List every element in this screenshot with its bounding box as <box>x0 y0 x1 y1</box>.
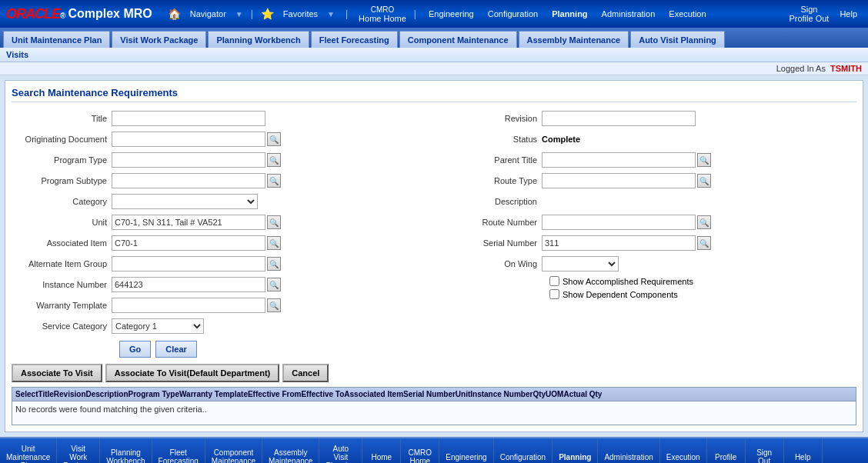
originating-doc-search-btn[interactable]: 🔍 <box>267 132 281 146</box>
bottom-nav-unit-maintenance[interactable]: UnitMaintenancePlan <box>0 438 57 463</box>
show-dependent-row: Show Dependent Components <box>549 289 856 299</box>
parent-title-search-btn[interactable]: 🔍 <box>697 153 711 167</box>
tab-component-maintenance[interactable]: Component Maintenance <box>399 31 517 48</box>
status-value: Complete <box>542 135 580 144</box>
associated-item-search-btn[interactable]: 🔍 <box>267 236 281 250</box>
associate-to-visit-btn[interactable]: Associate To Visit <box>12 364 102 382</box>
service-category-select[interactable]: Category 1 <box>112 318 204 334</box>
bottom-nav-sign-out[interactable]: SignOut <box>746 438 784 463</box>
results-table: SelectTitleRevisionDescriptionProgram Ty… <box>12 387 856 425</box>
logged-in-bar: Logged In As TSMITH <box>0 62 868 75</box>
tab-bar: Unit Maintenance Plan Visit Work Package… <box>0 28 868 48</box>
home-home-btn[interactable]: Home Home <box>359 14 406 23</box>
go-button[interactable]: Go <box>119 341 151 358</box>
serial-number-input[interactable] <box>542 235 696 251</box>
results-header: SelectTitleRevisionDescriptionProgram Ty… <box>12 388 856 401</box>
category-select[interactable] <box>112 194 258 209</box>
bottom-nav-cmro-home[interactable]: CMROHome <box>401 438 439 463</box>
instance-number-search-btn[interactable]: 🔍 <box>267 278 281 291</box>
engineering-btn[interactable]: Engineering <box>424 8 479 20</box>
help-btn[interactable]: Help <box>835 8 862 20</box>
bottom-nav-help[interactable]: Help <box>784 438 823 463</box>
form-left: Title Originating Document 🔍 Program Typ… <box>12 110 426 364</box>
bottom-nav-visit-work-package[interactable]: VisitWorkPackage <box>57 438 100 463</box>
sep1: | <box>251 8 253 19</box>
route-type-search-btn[interactable]: 🔍 <box>697 174 711 188</box>
on-wing-row: On Wing <box>442 255 856 272</box>
instance-number-input[interactable] <box>112 277 265 292</box>
warranty-template-label: Warranty Template <box>12 301 112 310</box>
service-category-row: Service Category Category 1 <box>12 318 426 335</box>
tab-visit-work-package[interactable]: Visit Work Package <box>112 31 206 48</box>
bottom-nav-assembly-maintenance[interactable]: AssemblyMaintenance <box>262 438 319 463</box>
tab-planning-workbench[interactable]: Planning Workbench <box>208 31 309 48</box>
serial-number-row: Serial Number 🔍 <box>442 235 856 251</box>
profile-out-btn[interactable]: Profile Out <box>789 14 829 23</box>
bottom-nav-engineering[interactable]: Engineering <box>439 438 493 463</box>
unit-search-btn[interactable]: 🔍 <box>267 215 281 229</box>
description-label: Description <box>442 197 542 206</box>
bottom-nav-execution[interactable]: Execution <box>660 438 707 463</box>
results-body: No records were found matching the given… <box>12 401 856 425</box>
program-subtype-search-btn[interactable]: 🔍 <box>267 174 281 188</box>
title-input[interactable] <box>112 111 265 126</box>
route-number-search-btn[interactable]: 🔍 <box>697 215 711 229</box>
bottom-nav-auto-visit[interactable]: AutoVisitPlanning <box>319 438 362 463</box>
title-label: Title <box>12 114 112 123</box>
title-row: Title <box>12 110 426 127</box>
instance-number-row: Instance Number 🔍 <box>12 276 426 293</box>
associate-to-visit-default-btn[interactable]: Associate To Visit(Default Department) <box>105 364 280 382</box>
serial-number-search-btn[interactable]: 🔍 <box>697 236 711 250</box>
execution-btn[interactable]: Execution <box>664 8 710 20</box>
bottom-nav-component-maintenance[interactable]: ComponentMaintenance <box>205 438 262 463</box>
navigator-btn[interactable]: Navigator <box>185 8 231 20</box>
bottom-nav-administration[interactable]: Administration <box>598 438 659 463</box>
parent-title-input[interactable] <box>542 152 696 168</box>
associated-item-row: Associated Item 🔍 <box>12 235 426 251</box>
show-dependent-checkbox[interactable] <box>549 289 559 299</box>
bottom-nav-fleet-forecasting[interactable]: FleetForecasting <box>152 438 205 463</box>
tab-auto-visit-planning[interactable]: Auto Visit Planning <box>630 31 725 48</box>
program-subtype-label: Program Subtype <box>12 176 112 185</box>
warranty-template-input[interactable] <box>112 298 265 313</box>
bottom-nav-profile[interactable]: Profile <box>707 438 746 463</box>
warranty-template-row: Warranty Template 🔍 <box>12 297 426 314</box>
sep2: | <box>346 8 348 19</box>
bottom-nav-configuration[interactable]: Configuration <box>494 438 553 463</box>
alt-item-group-input[interactable] <box>112 256 265 271</box>
favorites-btn[interactable]: Favorites <box>279 8 322 20</box>
form-container: Title Originating Document 🔍 Program Typ… <box>12 110 856 364</box>
sign-label: Sign <box>800 5 817 14</box>
administration-btn[interactable]: Administration <box>597 8 660 20</box>
program-subtype-input[interactable] <box>112 173 265 188</box>
status-label: Status <box>442 135 542 144</box>
tab-unit-maintenance-plan[interactable]: Unit Maintenance Plan <box>3 31 110 48</box>
associated-item-input[interactable] <box>112 235 265 251</box>
route-number-label: Route Number <box>442 218 542 227</box>
planning-btn[interactable]: Planning <box>547 8 592 20</box>
route-type-input[interactable] <box>542 173 696 188</box>
parent-title-row: Parent Title 🔍 <box>442 152 856 168</box>
bottom-nav-planning[interactable]: Planning <box>553 438 598 463</box>
route-number-input[interactable] <box>542 215 696 230</box>
unit-input[interactable] <box>112 215 265 230</box>
revision-input[interactable] <box>542 111 696 126</box>
username: TSMITH <box>830 64 862 73</box>
program-type-search-btn[interactable]: 🔍 <box>267 153 281 167</box>
cancel-btn[interactable]: Cancel <box>282 364 329 382</box>
show-accomplished-checkbox[interactable] <box>549 276 559 286</box>
tab-fleet-forecasting[interactable]: Fleet Forecasting <box>311 31 398 48</box>
bottom-nav-planning-workbench[interactable]: PlanningWorkbench <box>100 438 152 463</box>
program-type-input[interactable] <box>112 152 265 168</box>
alt-item-group-search-btn[interactable]: 🔍 <box>267 257 281 271</box>
tab-assembly-maintenance[interactable]: Assembly Maintenance <box>519 31 629 48</box>
configuration-btn[interactable]: Configuration <box>483 8 542 20</box>
clear-button[interactable]: Clear <box>155 341 197 358</box>
parent-title-label: Parent Title <box>442 155 542 165</box>
bottom-nav-home[interactable]: Home <box>362 438 401 463</box>
originating-doc-input[interactable] <box>112 132 265 147</box>
on-wing-select[interactable] <box>542 256 619 271</box>
breadcrumb-visits[interactable]: Visits <box>6 50 28 59</box>
warranty-template-search-btn[interactable]: 🔍 <box>267 298 281 312</box>
description-row: Description <box>442 193 856 210</box>
